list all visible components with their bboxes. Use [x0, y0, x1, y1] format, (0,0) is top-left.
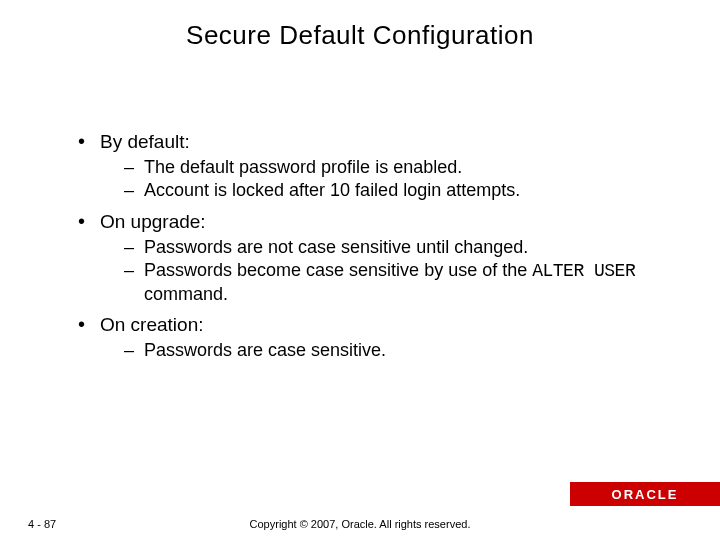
sub-bullet-tail: command. [144, 284, 228, 304]
sub-bullet: Passwords become case sensitive by use o… [124, 259, 678, 305]
slide-title: Secure Default Configuration [0, 20, 720, 51]
bullet-on-creation: On creation: Passwords are case sensitiv… [78, 313, 678, 361]
sub-bullet: Passwords are case sensitive. [124, 339, 678, 362]
code-literal: ALTER USER [532, 261, 635, 281]
slide-body: By default: The default password profile… [78, 130, 678, 369]
sub-bullet: Passwords are not case sensitive until c… [124, 236, 678, 259]
bullet-on-upgrade: On upgrade: Passwords are not case sensi… [78, 210, 678, 305]
bullet-heading: On creation: [100, 314, 204, 335]
footer: 4 - 87 Copyright © 2007, Oracle. All rig… [0, 506, 720, 540]
bullet-by-default: By default: The default password profile… [78, 130, 678, 202]
bullet-heading: By default: [100, 131, 190, 152]
oracle-logo: ORACLE [612, 487, 679, 502]
sub-bullet: Account is locked after 10 failed login … [124, 179, 678, 202]
sub-bullet: The default password profile is enabled. [124, 156, 678, 179]
slide: Secure Default Configuration By default:… [0, 0, 720, 540]
brand-bar: ORACLE [570, 482, 720, 506]
sub-bullet-text: Passwords become case sensitive by use o… [144, 260, 532, 280]
copyright-text: Copyright © 2007, Oracle. All rights res… [0, 518, 720, 530]
bullet-heading: On upgrade: [100, 211, 206, 232]
